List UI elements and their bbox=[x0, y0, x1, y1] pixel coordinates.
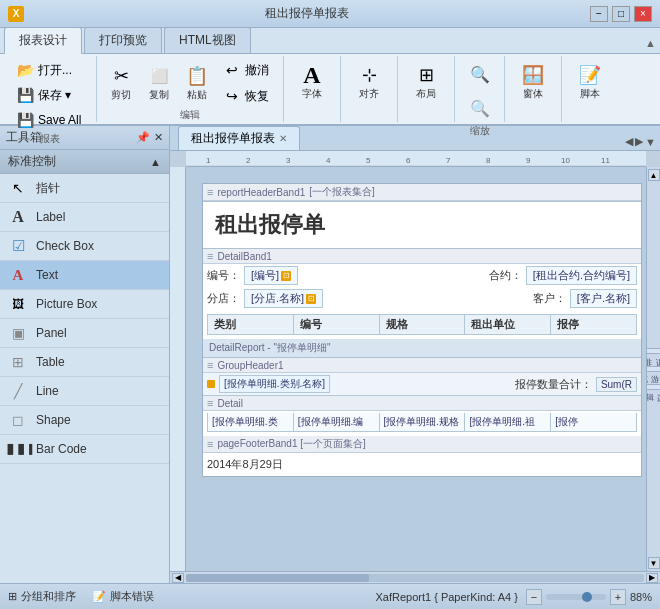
ribbon-collapse-icon[interactable]: ▲ bbox=[645, 37, 656, 49]
zoom-in-button[interactable]: 🔍 bbox=[462, 58, 498, 90]
detail-cell-0: [报停单明细.类 bbox=[208, 413, 294, 431]
minimize-button[interactable]: − bbox=[590, 6, 608, 22]
hscroll-left-btn[interactable]: ◀ bbox=[172, 573, 184, 583]
tab-print-preview[interactable]: 打印预览 bbox=[84, 27, 162, 53]
field-row-2: 分店： [分店.名称] ⊡ 客户： [客户.名称] bbox=[203, 287, 641, 310]
band-group-header-label: ≡ GroupHeader1 bbox=[203, 358, 641, 373]
status-info: XafReport1 { PaperKind: A4 } bbox=[375, 591, 518, 603]
field-kh-value: [客户.名称] bbox=[577, 291, 630, 306]
script-label: 脚本 bbox=[580, 87, 600, 101]
toolbox-item-barcode[interactable]: ▐▌▐▌▐ Bar Code bbox=[0, 435, 169, 464]
toolbox-item-pointer[interactable]: 指针 bbox=[0, 174, 169, 203]
tab-nav-down-icon[interactable]: ▼ bbox=[645, 136, 656, 148]
toolbox-section-header[interactable]: 标准控制 ▲ bbox=[0, 150, 169, 174]
panel-icon bbox=[8, 323, 28, 343]
toolbox-item-text-label: Text bbox=[36, 268, 58, 282]
toolbox-pin-icon[interactable]: 📌 bbox=[136, 131, 150, 144]
toolbox-item-text[interactable]: A Text bbox=[0, 261, 169, 290]
close-button[interactable]: × bbox=[634, 6, 652, 22]
design-tab-report[interactable]: 租出报停单报表 ✕ bbox=[178, 126, 300, 150]
layout-group-content: ⊞ 布局 bbox=[404, 58, 448, 106]
zoom-out-button[interactable]: 🔍 bbox=[462, 92, 498, 124]
statusbar: ⊞ 分组和排序 📝 脚本错误 XafReport1 { PaperKind: A… bbox=[0, 583, 660, 609]
hscroll-right-btn[interactable]: ▶ bbox=[646, 573, 658, 583]
tab-nav-right-icon[interactable]: ▶ bbox=[635, 135, 643, 148]
toolbox-item-table[interactable]: Table bbox=[0, 348, 169, 377]
saveall-button[interactable]: 💾 Save All bbox=[10, 108, 90, 132]
toolbox-item-label[interactable]: Label bbox=[0, 203, 169, 232]
ribbon-group-report: 📂 打开... 💾 保存 ▾ 💾 Save All 报表 bbox=[4, 56, 97, 122]
report-group-label: 报表 bbox=[40, 132, 60, 146]
font-button[interactable]: A 字体 bbox=[290, 59, 334, 105]
cut-label: 剪切 bbox=[111, 88, 131, 102]
edit-group-label: 编辑 bbox=[180, 108, 200, 122]
canvas-scroll[interactable]: ≡ reportHeaderBand1 [一个报表集合] 租出报停单 bbox=[186, 167, 646, 571]
script-button[interactable]: 📝 脚本 bbox=[568, 59, 612, 105]
ribbon-group-zoom: 🔍 🔍 缩放 bbox=[455, 56, 505, 122]
zoom-increase-btn[interactable]: + bbox=[610, 589, 626, 605]
toolbox-item-panel[interactable]: Panel bbox=[0, 319, 169, 348]
right-panel-scroll-down[interactable]: ▼ bbox=[648, 557, 660, 569]
zoom-group-content: 🔍 🔍 bbox=[462, 58, 498, 124]
report-group-content: 📂 打开... 💾 保存 ▾ 💾 Save All bbox=[10, 58, 90, 132]
hscroll-track bbox=[186, 574, 644, 582]
cut-button[interactable]: ✂ 剪切 bbox=[103, 60, 139, 106]
group-field-1-value: [报停单明细.类别.名称] bbox=[224, 378, 325, 389]
paste-button[interactable]: 📋 粘贴 bbox=[179, 60, 215, 106]
design-tab-close-icon[interactable]: ✕ bbox=[279, 133, 287, 144]
right-panel-scroll-up[interactable]: ▲ bbox=[648, 169, 660, 181]
tab-design[interactable]: 报表设计 bbox=[4, 27, 82, 54]
zoom-decrease-btn[interactable]: − bbox=[526, 589, 542, 605]
layout-button[interactable]: ⊞ 布局 bbox=[404, 59, 448, 105]
saveall-icon: 💾 bbox=[15, 111, 35, 129]
toolbox-item-table-label: Table bbox=[36, 355, 65, 369]
tab-html[interactable]: HTML视图 bbox=[164, 27, 251, 53]
toolbox-item-label-label: Label bbox=[36, 210, 65, 224]
align-button[interactable]: ⊹ 对齐 bbox=[347, 59, 391, 105]
hscrollbar[interactable]: ◀ ▶ bbox=[170, 571, 660, 583]
toolbox-item-checkbox[interactable]: Check Box bbox=[0, 232, 169, 261]
report-sm-group: 📂 打开... 💾 保存 ▾ 💾 Save All bbox=[10, 58, 90, 132]
view-button[interactable]: 🪟 窗体 bbox=[511, 59, 555, 105]
undo-icon: ↩ bbox=[222, 61, 242, 79]
layout-icon: ⊞ bbox=[414, 63, 438, 87]
right-panel-labels: 调排 菜单游览器 逻辑 bbox=[647, 182, 660, 556]
zoom-out-icon: 🔍 bbox=[468, 96, 492, 120]
toolbox-item-shape[interactable]: Shape bbox=[0, 406, 169, 435]
detail-report-text: DetailReport - "报停单明细" bbox=[209, 342, 331, 353]
undo-button[interactable]: ↩ 撤消 bbox=[217, 58, 277, 82]
hscroll-thumb[interactable] bbox=[186, 574, 369, 582]
copy-button[interactable]: ⬜ 复制 bbox=[141, 60, 177, 106]
font-label: 字体 bbox=[302, 87, 322, 101]
zoom-slider[interactable] bbox=[546, 594, 606, 600]
redo-button[interactable]: ↪ 恢复 bbox=[217, 84, 277, 108]
toolbox-section-collapse-icon: ▲ bbox=[150, 156, 161, 168]
band-header-name: reportHeaderBand1 bbox=[217, 187, 305, 198]
field-fd-anchor: ⊡ bbox=[306, 294, 316, 304]
table-header-cell-4: 报停 bbox=[551, 315, 636, 334]
zoom-handle[interactable] bbox=[582, 592, 592, 602]
band-group-header-name: GroupHeader1 bbox=[217, 360, 283, 371]
toolbox-item-picturebox[interactable]: Picture Box bbox=[0, 290, 169, 319]
group-sort-icon: ⊞ bbox=[8, 590, 17, 603]
layout-label: 布局 bbox=[416, 87, 436, 101]
right-label-2[interactable]: 菜单游览器 bbox=[646, 366, 660, 372]
open-button[interactable]: 📂 打开... bbox=[10, 58, 90, 82]
group-sort-btn[interactable]: ⊞ 分组和排序 bbox=[8, 589, 76, 604]
canvas-container[interactable]: // Will be done inline 1 2 3 4 5 6 7 8 9… bbox=[170, 151, 660, 571]
toolbox-item-barcode-label: Bar Code bbox=[36, 442, 87, 456]
toolbox-close-icon[interactable]: ✕ bbox=[154, 131, 163, 144]
design-tab-label: 租出报停单报表 bbox=[191, 130, 275, 147]
script-error-btn[interactable]: 📝 脚本错误 bbox=[92, 589, 154, 604]
label-hy: 合约： bbox=[489, 268, 522, 283]
save-button[interactable]: 💾 保存 ▾ bbox=[10, 83, 90, 107]
tab-nav-left-icon[interactable]: ◀ bbox=[625, 135, 633, 148]
right-label-3[interactable]: 逻辑 bbox=[646, 384, 660, 390]
maximize-button[interactable]: □ bbox=[612, 6, 630, 22]
toolbox-item-line[interactable]: Line bbox=[0, 377, 169, 406]
design-area: 租出报停单报表 ✕ ◀ ▶ ▼ // Will be done inline bbox=[170, 126, 660, 583]
label-icon bbox=[8, 207, 28, 227]
right-label-1[interactable]: 调排 bbox=[646, 348, 660, 354]
save-icon: 💾 bbox=[15, 86, 35, 104]
checkbox-icon bbox=[8, 236, 28, 256]
